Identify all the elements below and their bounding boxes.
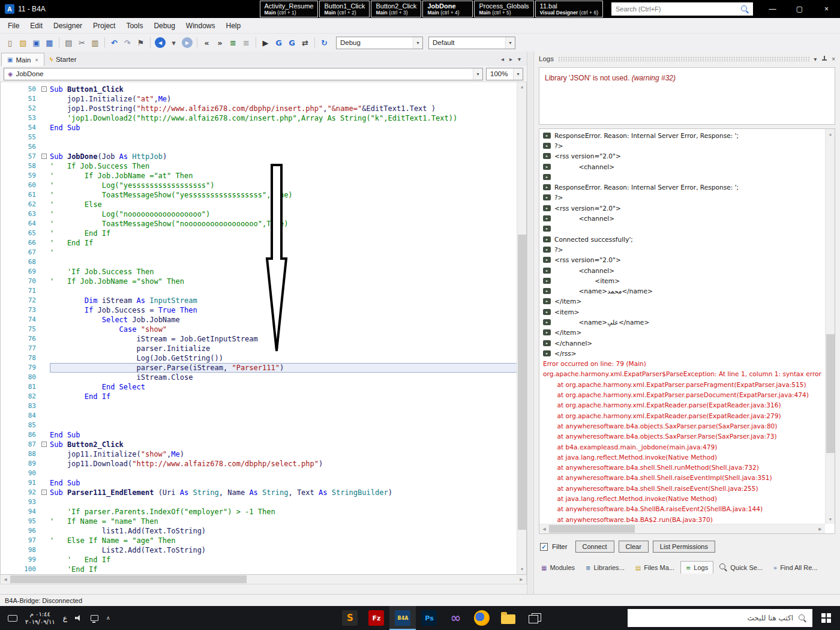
file-explorer-icon[interactable] — [495, 606, 521, 630]
editor-vertical-scrollbar[interactable]: ▲ ▼ — [517, 82, 526, 574]
quick-search-box[interactable]: Search (Ctrl+F) — [611, 2, 753, 16]
build-mode-dropdown[interactable]: Debug ▾ — [336, 37, 423, 49]
scroll-right-icon[interactable]: ▶ — [517, 575, 526, 584]
code-line[interactable]: 52 jop1.PostString("http://www.alfaiz678… — [1, 104, 526, 113]
code-line[interactable]: 80 iStream.Close — [1, 373, 526, 382]
code-line[interactable]: 74 Select Job.JobName — [1, 315, 526, 325]
scroll-down-icon[interactable]: ▼ — [517, 565, 527, 574]
code-line[interactable]: 90 — [1, 469, 526, 478]
code-line[interactable]: 54End Sub — [1, 123, 526, 133]
fold-toggle-icon[interactable]: - — [41, 86, 47, 92]
code-line[interactable]: 94 'If parser.Parents.IndexOf("employer"… — [1, 507, 526, 517]
menu-debug[interactable]: Debug — [148, 19, 180, 32]
panel-splitter[interactable] — [527, 52, 534, 594]
code-line[interactable]: 93 — [1, 497, 526, 507]
code-line[interactable]: 89 jop11.Download("http://www.alfaiz678.… — [1, 459, 526, 469]
code-line[interactable]: 63' Log("nooooooooooooooooo") — [1, 209, 526, 219]
code-line[interactable]: 99 ' End If — [1, 555, 526, 565]
bookmark-icon[interactable]: ⚑ — [134, 37, 147, 49]
indent-icon[interactable]: » — [214, 37, 226, 49]
titlebar-tab-button2_click[interactable]: Button2_ClickMain (ctrl + 3) — [371, 1, 421, 17]
panel-tab-find-all-re[interactable]: »Find All Re... — [769, 562, 822, 574]
code-line[interactable]: 67' — [1, 248, 526, 257]
code-line[interactable]: 79 parser.Parse(iStream, "Parser111") — [1, 363, 526, 373]
close-button[interactable]: × — [813, 0, 840, 18]
titlebar-tab-button1_click[interactable]: Button1_ClickMain (ctrl + 2) — [319, 1, 370, 17]
warnings-box[interactable]: Library 'JSON' is not used. (warning #32… — [539, 67, 835, 125]
code-line[interactable]: 70' If Job.JobName ="show" Then — [1, 277, 526, 286]
close-tab-icon[interactable]: × — [35, 57, 38, 63]
paste-icon[interactable]: ▥ — [89, 37, 101, 49]
code-line[interactable]: 72 Dim iStream As InputStream — [1, 296, 526, 305]
scrollbar-thumb[interactable] — [518, 235, 526, 530]
code-line[interactable]: 87-Sub Button2_Click — [1, 440, 526, 449]
minimize-button[interactable]: — — [759, 0, 786, 18]
code-line[interactable]: 71 — [1, 286, 526, 296]
menu-designer[interactable]: Designer — [48, 19, 88, 32]
scroll-up-icon[interactable]: ▲ — [826, 129, 835, 139]
code-line[interactable]: 91End Sub — [1, 478, 526, 488]
code-line[interactable]: 66' End If — [1, 238, 526, 248]
menu-edit[interactable]: Edit — [25, 19, 48, 32]
panel-tab-libraries[interactable]: ≣Libraries... — [581, 562, 629, 574]
titlebar-tab-11.bal[interactable]: 11.balVisual Designer (ctrl + 6) — [535, 1, 603, 17]
code-line[interactable]: 50-Sub Button1_Click — [1, 85, 526, 94]
code-line[interactable]: 81 End Select — [1, 382, 526, 392]
clear-button[interactable]: Clear — [619, 541, 649, 553]
navigate-back-icon[interactable]: ◀ — [155, 37, 166, 48]
language-indicator[interactable]: ع — [63, 614, 67, 622]
search-icon[interactable] — [741, 5, 749, 13]
scrollbar-thumb[interactable] — [549, 525, 635, 533]
code-line[interactable]: 59' If Job.JobName ="at" Then — [1, 171, 526, 181]
save-icon[interactable]: ▣ — [30, 37, 43, 49]
photoshop-icon[interactable]: Ps — [416, 606, 442, 630]
start-button[interactable] — [812, 606, 840, 630]
cut-icon[interactable]: ✂ — [76, 37, 88, 49]
panel-tab-files-ma[interactable]: ▤Files Ma... — [631, 562, 679, 574]
refresh-icon[interactable]: ↻ — [318, 37, 331, 49]
open-file-icon[interactable]: ▨ — [17, 37, 29, 49]
tab-starter[interactable]: ϟ Starter — [44, 53, 82, 66]
editor-horizontal-scrollbar[interactable]: ◀ ▶ — [0, 575, 527, 584]
pin-icon[interactable] — [821, 55, 827, 62]
tab-main[interactable]: ▣ Main × — [1, 53, 44, 66]
code-line[interactable]: 97' Else If Name = "age" Then — [1, 536, 526, 545]
code-line[interactable]: 78 Log(Job.GetString()) — [1, 353, 526, 363]
code-line[interactable]: 92-Sub Parser111_EndElement (Uri As Stri… — [1, 488, 526, 497]
tab-scroll-left-icon[interactable]: ◂ — [501, 56, 504, 62]
fold-toggle-icon[interactable]: - — [41, 442, 47, 447]
menu-help[interactable]: Help — [221, 19, 247, 32]
scroll-up-icon[interactable]: ▲ — [517, 82, 527, 92]
code-line[interactable]: 86End Sub — [1, 430, 526, 440]
titlebar-tab-activity_resume[interactable]: Activity_ResumeMain (ctrl + 1) — [260, 1, 319, 17]
taskbar-clock[interactable]: ٠١:٤٤ م ٢٠١٩/٠٩/١١ — [25, 610, 55, 626]
code-line[interactable]: 95' If Name = "name" Then — [1, 517, 526, 526]
logs-horizontal-scrollbar[interactable]: ◀ ▶ — [539, 524, 825, 533]
code-line[interactable]: 65' End If — [1, 229, 526, 238]
code-line[interactable]: 55 — [1, 133, 526, 142]
filezilla-icon[interactable]: Fz — [363, 606, 389, 630]
code-line[interactable]: 56 — [1, 142, 526, 152]
menu-project[interactable]: Project — [88, 19, 121, 32]
scrollbar-thumb[interactable] — [10, 575, 247, 583]
logs-vertical-scrollbar[interactable]: ▲ ▼ — [825, 129, 835, 524]
code-line[interactable]: 83 — [1, 401, 526, 411]
navigate-forward-icon[interactable]: ▶ — [182, 37, 193, 48]
taskbar-search-box[interactable]: اكتب هنا للبحث — [628, 609, 812, 627]
code-line[interactable]: 62' Else — [1, 200, 526, 209]
code-line[interactable]: 75 Case "show" — [1, 325, 526, 334]
network-icon[interactable] — [91, 615, 98, 621]
panel-tab-quick-se[interactable]: Quick Se... — [715, 561, 767, 574]
code-line[interactable]: 76 iStream = Job.GetInputStream — [1, 334, 526, 344]
task-view-icon[interactable] — [521, 606, 548, 630]
code-line[interactable]: 77 parser.Initialize — [1, 344, 526, 353]
run-icon[interactable]: ▶ — [259, 37, 272, 49]
volume-icon[interactable] — [75, 615, 83, 622]
tab-scroll-right-icon[interactable]: ▸ — [509, 56, 512, 62]
scroll-left-icon[interactable]: ◀ — [1, 575, 10, 584]
keyboard-tray-icon[interactable] — [8, 615, 17, 622]
redo-icon[interactable]: ↷ — [121, 37, 134, 49]
scroll-left-icon[interactable]: ◀ — [539, 524, 549, 534]
visual-studio-icon[interactable]: ∞ — [442, 606, 469, 630]
uncomment-icon[interactable]: ≡ — [240, 37, 253, 49]
